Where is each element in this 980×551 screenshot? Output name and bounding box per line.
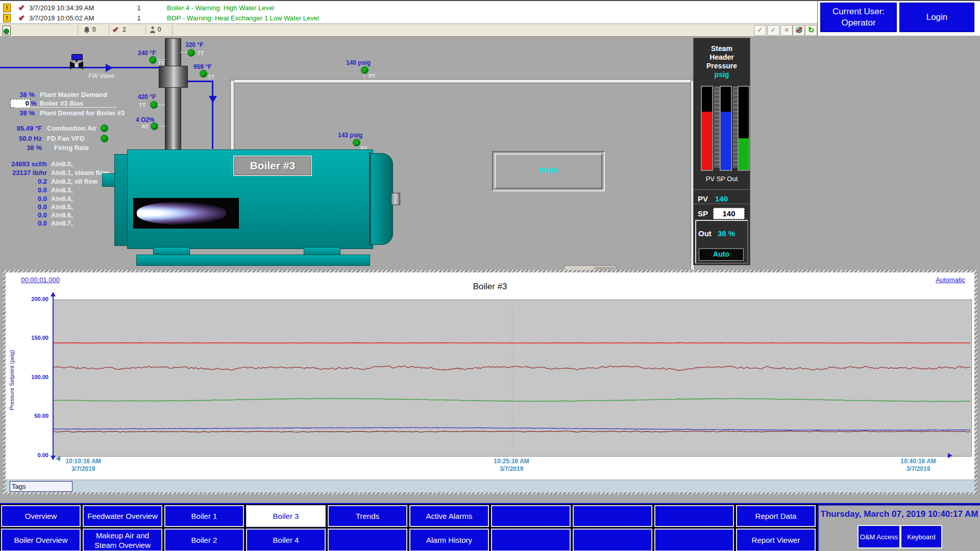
flow-arrow	[209, 96, 217, 103]
divider	[817, 1, 818, 35]
nav-trends[interactable]: Trends	[328, 505, 407, 527]
alarm-row[interactable]: ! ✔ 3/7/2019 10:05:02 AM 1 BOP - Warning…	[0, 13, 817, 23]
metric-value: 50.0 Hz	[5, 135, 42, 142]
y-axis	[53, 295, 54, 457]
om-access-button[interactable]: O&M Access	[857, 525, 900, 548]
auto-mode-button[interactable]: Auto	[699, 248, 744, 261]
metric-row: 38 % Plant Demand for Boiler #3	[10, 109, 125, 116]
nav-active-alarms[interactable]: Active Alarms	[409, 505, 489, 527]
bars-caption: PV SP Out	[694, 175, 750, 183]
nav-boiler-overview[interactable]: Boiler Overview	[1, 529, 81, 551]
out-label: Out	[698, 229, 712, 238]
y-tick: 150.00	[19, 335, 48, 341]
indicator-140psig: 140 psig	[346, 59, 371, 66]
login-button[interactable]: Login	[899, 3, 974, 32]
nav-report-viewer[interactable]: Report Viewer	[736, 529, 816, 551]
ain-row: 0.0Ain8.4,	[4, 195, 73, 202]
ack-check-icon[interactable]: ✔	[112, 25, 119, 34]
indicator-dot[interactable]	[151, 122, 158, 130]
bell-count: 0	[92, 26, 96, 33]
fw-valve-icon[interactable]	[70, 54, 83, 69]
nav-alarm-history[interactable]: Alarm History	[409, 529, 489, 551]
alarm-count: 1	[111, 4, 167, 12]
panel-unit: psig	[694, 70, 750, 79]
plot-area[interactable]	[53, 299, 972, 457]
nav-makeup-air[interactable]: Makeup Air and Steam Overview	[83, 529, 162, 551]
boiler-bias-input[interactable]	[10, 99, 31, 108]
metric-value: 38 %	[10, 109, 35, 117]
ain-row: 0.2Ain8.2, oil flow	[4, 178, 97, 185]
burner-window	[133, 198, 239, 229]
alarm-page-icon[interactable]	[3, 26, 11, 35]
indicator-dot[interactable]	[361, 66, 369, 74]
nav-blank[interactable]	[491, 529, 571, 551]
tags-strip: Tags	[6, 480, 974, 492]
operator-count: 0	[158, 26, 161, 33]
ain-row: 0.0Ain8.5,	[4, 203, 73, 210]
warning-icon: !	[3, 4, 11, 12]
ack-all-button-icon[interactable]: ✓	[767, 25, 779, 36]
nav-boiler-2[interactable]: Boiler 2	[164, 529, 244, 551]
indicator-dot[interactable]	[150, 101, 158, 109]
nav-blank[interactable]	[654, 505, 734, 527]
status-ok-dot	[101, 135, 108, 142]
refresh-button-icon[interactable]: ↻	[805, 25, 817, 36]
stack-flange	[159, 66, 188, 88]
nav-boiler-1[interactable]: Boiler 1	[164, 505, 244, 527]
alarm-message: Boiler 4 - Warning: High Water Level	[167, 4, 274, 12]
nav-blank[interactable]	[491, 505, 571, 527]
boiler-end-cap	[371, 153, 393, 245]
alarm-time: 3/7/2019 10:34:39 AM	[29, 4, 111, 12]
sp-input[interactable]	[713, 208, 745, 219]
list-button-icon[interactable]: ≡	[780, 25, 793, 36]
y-tick: 100.00	[19, 374, 48, 380]
nav-overview[interactable]: Overview	[1, 505, 81, 527]
indicator-dot[interactable]	[200, 70, 207, 78]
indicator-420F: 420 °F	[138, 93, 156, 101]
alarm-row[interactable]: ! ✔ 3/7/2019 10:34:39 AM 1 Boiler 4 - Wa…	[0, 3, 817, 13]
nav-blank[interactable]	[573, 529, 652, 551]
ain-row: 23137 lb/hrAin8.1, steam flow	[4, 169, 109, 176]
pv-bar-fill	[702, 112, 712, 170]
keyboard-button[interactable]: Keyboard	[900, 525, 942, 548]
status-ok-dot	[101, 124, 108, 132]
metric-value: 38 %	[5, 144, 42, 152]
nav-boiler-4[interactable]: Boiler 4	[246, 529, 326, 551]
sum-line	[14, 107, 116, 108]
nav-blank[interactable]	[328, 529, 407, 551]
nav-blank[interactable]	[573, 505, 652, 527]
boiler-stack	[165, 38, 181, 151]
nav-feedwater-overview[interactable]: Feedwater Overview	[83, 505, 162, 527]
silence-button-icon[interactable]	[793, 25, 805, 36]
stack-pipe	[187, 81, 213, 82]
nav-blank[interactable]	[654, 529, 734, 551]
axis-arrow-up	[51, 292, 56, 296]
y-tick: 50.00	[19, 413, 48, 419]
current-user-box: Current User: Operator	[820, 3, 897, 32]
alarm-message: BOP - Warning: Heat Exchanger 1 Low Wate…	[167, 14, 319, 22]
stack-pipe-down	[212, 81, 213, 149]
out-box: Out 38 % Auto	[695, 220, 748, 264]
burner-flame	[137, 202, 226, 224]
nav-report-data[interactable]: Report Data	[736, 505, 816, 527]
indicator-dot[interactable]	[149, 56, 157, 64]
metric-row: 50.0 Hz FD Fan VFD	[5, 135, 108, 142]
sp-bar-fill	[721, 112, 731, 170]
ack-button-icon[interactable]: ✓	[754, 25, 766, 36]
y-tick: 200.00	[19, 296, 48, 302]
ack-icon[interactable]: ✔	[17, 3, 26, 12]
x-tick: 10:25:16 AM3/7/2019	[481, 458, 542, 473]
alarm-toolbar: 0 ✔ 2 0 ✓ ✓ ≡ ↻	[0, 23, 818, 37]
out-bar-fill	[739, 138, 749, 170]
nav-boiler-3[interactable]: Boiler 3	[246, 505, 326, 527]
tags-field[interactable]: Tags	[10, 481, 72, 492]
ack-icon[interactable]: ✔	[17, 13, 26, 22]
hmi-screen: ! ✔ 3/7/2019 10:34:39 AM 1 Boiler 4 - Wa…	[0, 0, 980, 551]
indicator-dot[interactable]	[187, 49, 195, 57]
x-tick: 10:40:16 AM3/7/2019	[888, 458, 949, 473]
indicator-dot[interactable]	[353, 139, 360, 146]
flow-arrow	[106, 64, 113, 72]
chart-title: Boiler #3	[6, 282, 974, 292]
trend-chart-panel: 00:00:01.000 Automatic Boiler #3 Pressur…	[3, 270, 977, 494]
indicator-240F: 240 °F	[138, 49, 156, 57]
